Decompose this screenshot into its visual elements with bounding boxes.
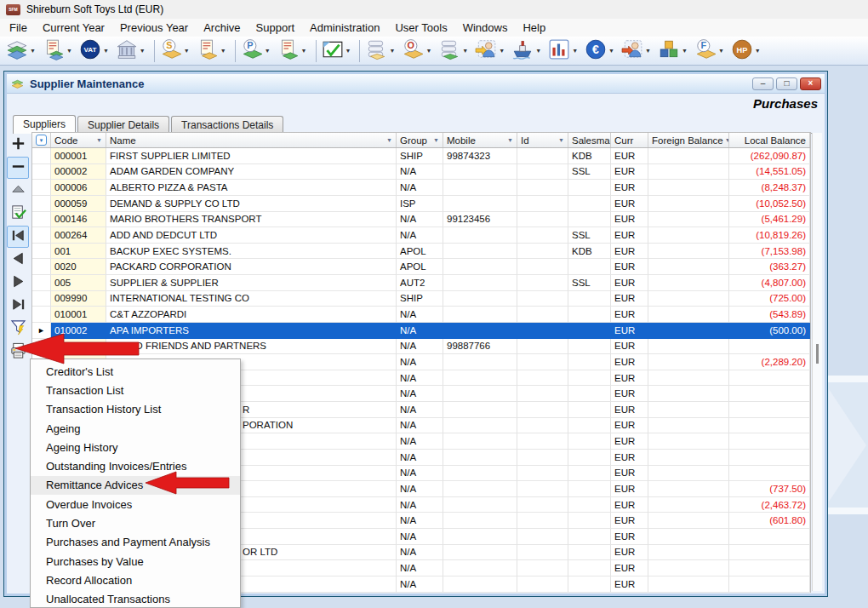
table-row[interactable]: 000002ADAM GARDEN COMPANYN/ASSLEUR(14,55… bbox=[32, 164, 810, 181]
table-row[interactable]: 000264ADD AND DEDCUT LTDN/ASSLEUR(10,819… bbox=[32, 227, 810, 244]
finance-button-dropdown-icon[interactable]: ▼ bbox=[718, 48, 724, 54]
sales-reports-button-dropdown-icon[interactable]: ▼ bbox=[220, 48, 226, 54]
window-title-bar[interactable]: Supplier Maintenance –□× bbox=[7, 74, 825, 94]
purchases-button[interactable]: P▼ bbox=[239, 38, 276, 64]
menu-item-overdue-invoices[interactable]: Overdue Invoices bbox=[31, 495, 240, 513]
orders-button[interactable]: O▼ bbox=[400, 38, 437, 64]
filter-button[interactable] bbox=[7, 318, 29, 340]
menubar-item-help[interactable]: Help bbox=[515, 20, 553, 36]
sales-reports-button[interactable]: ▼ bbox=[195, 38, 231, 64]
menu-item-outstanding-invoices-entries[interactable]: Outstanding Invoices/Entries bbox=[31, 456, 240, 475]
column-header-code[interactable]: Code▼ bbox=[51, 133, 106, 147]
column-header-salesman[interactable]: Salesman bbox=[568, 133, 611, 147]
menu-item-ageing-history[interactable]: Ageing History bbox=[31, 438, 240, 456]
tab-transactions-details[interactable]: Transactions Details bbox=[171, 116, 283, 133]
delete-record-button[interactable] bbox=[7, 157, 29, 179]
menubar-item-user-tools[interactable]: User Tools bbox=[387, 20, 454, 36]
column-chooser-button[interactable]: ▼ bbox=[36, 135, 47, 146]
scrollbar-thumb[interactable] bbox=[816, 344, 819, 364]
filter-arrow-icon[interactable]: ▼ bbox=[385, 137, 392, 143]
minimize-button[interactable]: – bbox=[752, 77, 774, 90]
statistics-button-dropdown-icon[interactable]: ▼ bbox=[572, 48, 578, 54]
purchases-reports-button-dropdown-icon[interactable]: ▼ bbox=[301, 48, 307, 54]
customer-transfer-button-dropdown-icon[interactable]: ▼ bbox=[499, 48, 505, 54]
purchases-reports-button[interactable]: ▼ bbox=[276, 38, 312, 64]
menu-item-turn-over[interactable]: Turn Over bbox=[31, 513, 240, 532]
suppliers-stack-button[interactable]: ▼ bbox=[4, 38, 41, 64]
euro-button-dropdown-icon[interactable]: ▼ bbox=[608, 48, 614, 54]
close-button[interactable]: × bbox=[800, 77, 821, 90]
menubar-item-file[interactable]: File bbox=[2, 20, 35, 36]
menubar-item-windows[interactable]: Windows bbox=[455, 20, 516, 36]
bank-button-dropdown-icon[interactable]: ▼ bbox=[140, 48, 146, 54]
table-row[interactable]: 001BACKUP EXEC SYSTEMS.APOLKDBEUR(7,153.… bbox=[32, 244, 810, 260]
row-indicator-header[interactable]: ▼ bbox=[32, 133, 51, 147]
sales-button[interactable]: S▼ bbox=[158, 38, 195, 64]
shipping-button-dropdown-icon[interactable]: ▼ bbox=[535, 48, 541, 54]
approvals-button[interactable]: ▼ bbox=[320, 38, 357, 64]
approvals-button-dropdown-icon[interactable]: ▼ bbox=[345, 48, 351, 54]
reports-stack-button-dropdown-icon[interactable]: ▼ bbox=[66, 48, 72, 54]
column-header-curr[interactable]: Curr bbox=[611, 133, 648, 147]
table-row[interactable]: 000006ALBERTO PIZZA & PASTAN/AEUR(8,248.… bbox=[32, 180, 810, 196]
menu-item-transaction-history-list[interactable]: Transaction History List bbox=[31, 400, 240, 419]
menubar-item-administration[interactable]: Administration bbox=[302, 20, 387, 36]
add-record-button[interactable] bbox=[7, 134, 29, 156]
euro-button[interactable]: €▼ bbox=[583, 38, 620, 64]
menu-item-record-allocation[interactable]: Record Allocation bbox=[31, 571, 240, 589]
suppliers-stack-button-dropdown-icon[interactable]: ▼ bbox=[30, 48, 36, 54]
menubar-item-archive[interactable]: Archive bbox=[196, 20, 248, 36]
column-header-foreign-balance[interactable]: Foreign Balance▼ bbox=[648, 133, 729, 147]
bank-button[interactable]: ▼ bbox=[114, 38, 151, 64]
edit-record-button[interactable] bbox=[7, 203, 29, 225]
purchases-button-dropdown-icon[interactable]: ▼ bbox=[265, 48, 271, 54]
tab-suppliers[interactable]: Suppliers bbox=[13, 115, 76, 134]
filter-arrow-icon[interactable]: ▼ bbox=[723, 137, 729, 143]
next-record-button[interactable] bbox=[7, 272, 29, 294]
column-header-local-balance[interactable]: Local Balance bbox=[729, 133, 810, 147]
table-row[interactable]: 010004PAOLO FRIENDS AND PARTNERSN/A99887… bbox=[32, 339, 810, 355]
sales-button-dropdown-icon[interactable]: ▼ bbox=[184, 48, 190, 54]
table-row[interactable]: 010001C&T AZZOPARDIN/AEUR(543.89) bbox=[32, 307, 810, 323]
column-header-id[interactable]: Id▼ bbox=[517, 133, 568, 147]
collapse-button[interactable] bbox=[7, 180, 29, 202]
menu-item-unallocated-transactions[interactable]: Unallocated Transactions bbox=[31, 590, 240, 608]
picking-lists-button[interactable]: ▼ bbox=[437, 38, 473, 64]
orders-button-dropdown-icon[interactable]: ▼ bbox=[425, 48, 431, 54]
menubar-item-current-year[interactable]: Current Year bbox=[35, 20, 112, 36]
menu-item-remittance-advices[interactable]: Remittance Advices bbox=[31, 476, 240, 495]
inventory-button-dropdown-icon[interactable]: ▼ bbox=[682, 48, 688, 54]
lists-button[interactable]: ▼ bbox=[363, 38, 400, 64]
hp-button-dropdown-icon[interactable]: ▼ bbox=[755, 48, 761, 54]
filter-arrow-icon[interactable]: ▼ bbox=[431, 137, 439, 143]
restore-button[interactable]: □ bbox=[776, 77, 797, 90]
hp-button[interactable]: HP▼ bbox=[729, 38, 766, 64]
customer-transfer-button[interactable]: ▼ bbox=[473, 38, 510, 64]
table-row[interactable]: 009990INTERNATIONAL TESTING COSHIPEUR(72… bbox=[32, 291, 810, 307]
menu-item-transaction-list[interactable]: Transaction List bbox=[31, 381, 240, 399]
supplier-transfer-button[interactable]: ▼ bbox=[620, 38, 656, 64]
menu-item-purchases-by-value[interactable]: Purchases by Value bbox=[31, 552, 240, 571]
table-row[interactable]: 000146MARIO BROTHERS TRANSPORTN/A9912345… bbox=[32, 212, 810, 228]
column-header-mobile[interactable]: Mobile▼ bbox=[443, 133, 517, 147]
menu-item-ageing[interactable]: Ageing bbox=[31, 419, 240, 438]
table-row[interactable]: ►010002APA IMPORTERSN/AEUR(500.00) bbox=[32, 323, 810, 339]
previous-record-button[interactable] bbox=[7, 249, 29, 271]
last-record-button[interactable] bbox=[7, 295, 29, 317]
column-header-name[interactable]: Name▼ bbox=[106, 133, 397, 147]
first-record-button[interactable] bbox=[7, 226, 29, 248]
table-row[interactable]: 000059DEMAND & SUPPLY CO LTDISPEUR(10,05… bbox=[32, 196, 810, 212]
table-row[interactable]: 000001FIRST SUPPLIER LIMITEDSHIP99874323… bbox=[32, 148, 810, 164]
filter-arrow-icon[interactable]: ▼ bbox=[505, 137, 513, 143]
vertical-scrollbar[interactable] bbox=[812, 133, 822, 591]
shipping-button[interactable]: ▼ bbox=[510, 38, 546, 64]
menubar-item-support[interactable]: Support bbox=[248, 20, 303, 36]
menubar-item-previous-year[interactable]: Previous Year bbox=[112, 20, 196, 36]
print-button[interactable] bbox=[7, 341, 29, 363]
menu-item-purchases-and-payment-analysis[interactable]: Purchases and Payment Analysis bbox=[31, 533, 240, 552]
reports-stack-button[interactable]: ▼ bbox=[41, 38, 77, 64]
filter-arrow-icon[interactable]: ▼ bbox=[557, 137, 564, 143]
lists-button-dropdown-icon[interactable]: ▼ bbox=[389, 48, 395, 54]
supplier-transfer-button-dropdown-icon[interactable]: ▼ bbox=[645, 48, 651, 54]
vat-button-dropdown-icon[interactable]: ▼ bbox=[103, 48, 109, 54]
